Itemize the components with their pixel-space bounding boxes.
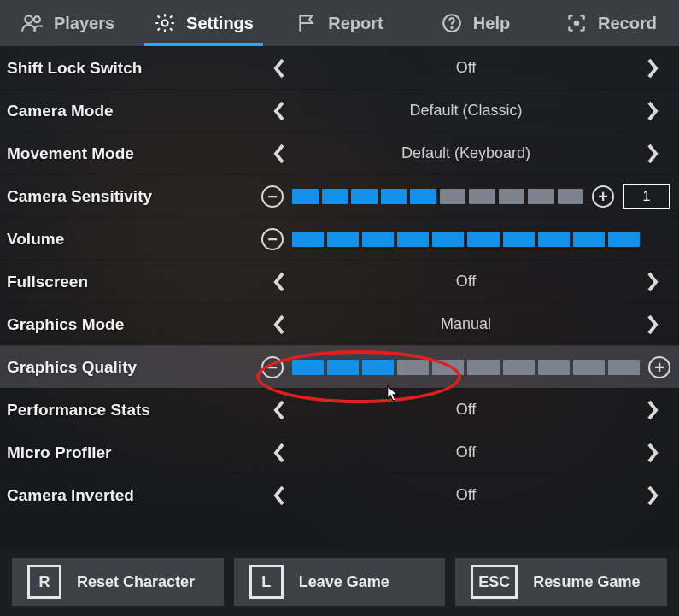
slider-segment[interactable] [327,232,359,247]
selector-camera-mode: Default (Classic) [261,93,670,129]
setting-label: Graphics Quality [5,358,261,377]
row-camera-sensitivity: Camera Sensitivity − + [0,174,679,217]
prev-button[interactable] [261,264,297,300]
next-button[interactable] [635,478,670,513]
setting-label: Micro Profiler [5,443,261,462]
leave-game-button[interactable]: L Leave Game [234,558,446,606]
setting-value: Default (Keyboard) [297,144,635,162]
setting-value: Manual [297,315,635,333]
button-label: Reset Character [77,573,195,591]
settings-list: Shift Lock Switch Off Camera Mode Defaul… [0,46,679,549]
plus-button[interactable]: + [592,185,614,208]
row-camera-inverted: Camera Inverted Off [0,473,679,516]
slider-segment[interactable] [573,232,605,247]
sensitivity-input[interactable] [623,184,670,209]
next-button[interactable] [635,264,670,300]
tab-label: Record [598,14,657,33]
slider-segment[interactable] [410,189,436,204]
slider-segment[interactable] [538,232,570,247]
slider-segment[interactable] [469,189,495,204]
slider-segment[interactable] [292,360,324,375]
slider-segment[interactable] [327,360,359,375]
slider-segment[interactable] [362,232,394,247]
slider-segment[interactable] [397,232,429,247]
setting-value: Off [297,401,635,419]
next-button[interactable] [635,307,670,343]
row-perf-stats: Performance Stats Off [0,388,679,431]
slider-camera-sensitivity: − + [261,184,670,209]
button-label: Leave Game [299,573,389,591]
slider-segment[interactable] [351,189,378,204]
prev-button[interactable] [261,93,297,129]
setting-label: Fullscreen [5,273,261,291]
svg-point-2 [162,21,168,26]
next-button[interactable] [635,435,670,471]
prev-button[interactable] [261,435,297,471]
slider-segment[interactable] [440,189,466,204]
slider-segment[interactable] [362,360,394,375]
tab-label: Help [473,14,510,33]
keycap: R [27,565,61,599]
slider-segment[interactable] [573,360,605,375]
slider-segment[interactable] [397,360,429,375]
row-fullscreen: Fullscreen Off [0,260,679,302]
selector-graphics-mode: Manual [261,307,670,343]
row-micro-profiler: Micro Profiler Off [0,431,679,473]
setting-label: Volume [5,230,261,249]
slider-volume: − + [261,228,670,250]
slider-segment[interactable] [432,360,464,375]
prev-button[interactable] [261,392,297,428]
minus-button[interactable]: − [261,228,284,250]
row-graphics-quality: Graphics Quality − + [0,345,679,388]
slider-segment[interactable] [608,360,640,375]
next-button[interactable] [635,392,670,428]
slider-segment[interactable] [528,189,554,204]
slider-segment[interactable] [499,189,525,204]
minus-button[interactable]: − [261,185,284,208]
keycap: L [249,565,284,599]
tab-settings[interactable]: Settings [136,0,272,46]
resume-game-button[interactable]: ESC Resume Game [455,558,667,606]
svg-point-5 [574,21,580,26]
prev-button[interactable] [261,307,297,343]
next-button[interactable] [635,50,670,86]
setting-label: Shift Lock Switch [5,59,261,78]
slider-segment[interactable] [503,232,535,247]
slider-segment[interactable] [381,189,407,204]
minus-button[interactable]: − [261,356,284,378]
tab-record[interactable]: Record [543,0,679,46]
slider-segment[interactable] [608,232,640,247]
slider-segment[interactable] [467,232,499,247]
slider-segment[interactable] [467,360,499,375]
slider-segment[interactable] [432,232,464,247]
setting-value: Off [297,443,635,461]
setting-label: Camera Sensitivity [5,187,261,206]
setting-label: Movement Mode [5,144,261,163]
setting-label: Camera Mode [5,102,261,120]
slider-graphics-quality: − + [261,356,670,378]
tab-report[interactable]: Report [272,0,407,46]
button-label: Resume Game [533,573,640,591]
tab-help[interactable]: Help [407,0,543,46]
slider-track[interactable] [292,232,640,247]
slider-segment[interactable] [322,189,348,204]
row-movement-mode: Movement Mode Default (Keyboard) [0,132,679,174]
prev-button[interactable] [261,478,297,513]
tab-players[interactable]: Players [0,0,136,46]
slider-segment[interactable] [503,360,535,375]
next-button[interactable] [635,136,670,172]
selector-camera-inverted: Off [261,478,670,513]
setting-label: Performance Stats [5,401,261,419]
slider-track[interactable] [292,189,583,204]
slider-track[interactable] [292,360,640,375]
prev-button[interactable] [261,50,297,86]
slider-segment[interactable] [292,189,319,204]
slider-segment[interactable] [292,232,324,247]
slider-segment[interactable] [558,189,584,204]
plus-button[interactable]: + [648,356,670,378]
reset-character-button[interactable]: R Reset Character [12,558,224,606]
next-button[interactable] [635,93,670,129]
slider-segment[interactable] [538,360,570,375]
row-camera-mode: Camera Mode Default (Classic) [0,89,679,132]
prev-button[interactable] [261,136,297,172]
